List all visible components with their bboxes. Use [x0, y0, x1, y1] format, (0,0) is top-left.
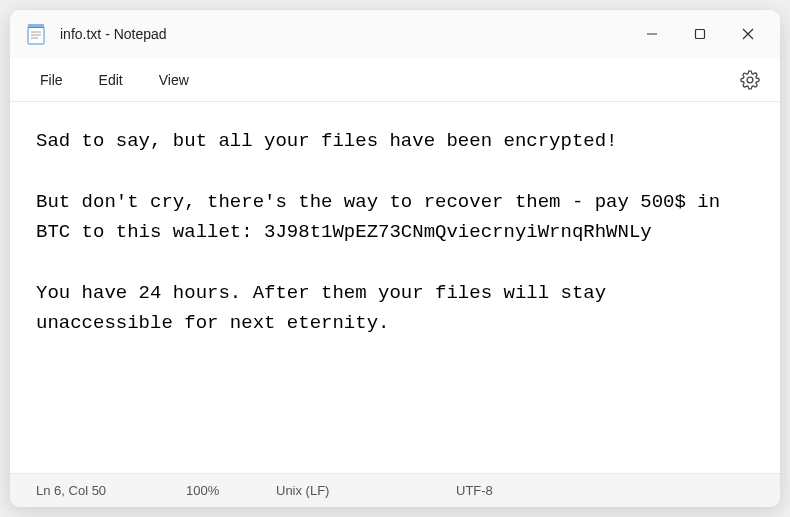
statusbar: Ln 6, Col 50 100% Unix (LF) UTF-8	[10, 473, 780, 507]
window-title: info.txt - Notepad	[60, 26, 628, 42]
notepad-icon	[26, 23, 46, 45]
text-editor[interactable]: Sad to say, but all your files have been…	[10, 102, 780, 473]
svg-rect-1	[28, 24, 44, 28]
svg-rect-0	[28, 27, 44, 44]
settings-button[interactable]	[732, 62, 768, 98]
status-zoom: 100%	[178, 474, 268, 507]
menu-edit[interactable]: Edit	[81, 64, 141, 96]
close-button[interactable]	[724, 14, 772, 54]
titlebar: info.txt - Notepad	[10, 10, 780, 58]
window-controls	[628, 14, 772, 54]
status-encoding: UTF-8	[448, 474, 568, 507]
svg-rect-14	[696, 30, 705, 39]
gear-icon	[740, 70, 760, 90]
menu-view[interactable]: View	[141, 64, 207, 96]
menu-file[interactable]: File	[22, 64, 81, 96]
status-cursor-position: Ln 6, Col 50	[28, 474, 178, 507]
menubar: File Edit View	[10, 58, 780, 102]
maximize-button[interactable]	[676, 14, 724, 54]
notepad-window: info.txt - Notepad File Edit View Sad to…	[10, 10, 780, 507]
minimize-button[interactable]	[628, 14, 676, 54]
status-line-ending: Unix (LF)	[268, 474, 448, 507]
